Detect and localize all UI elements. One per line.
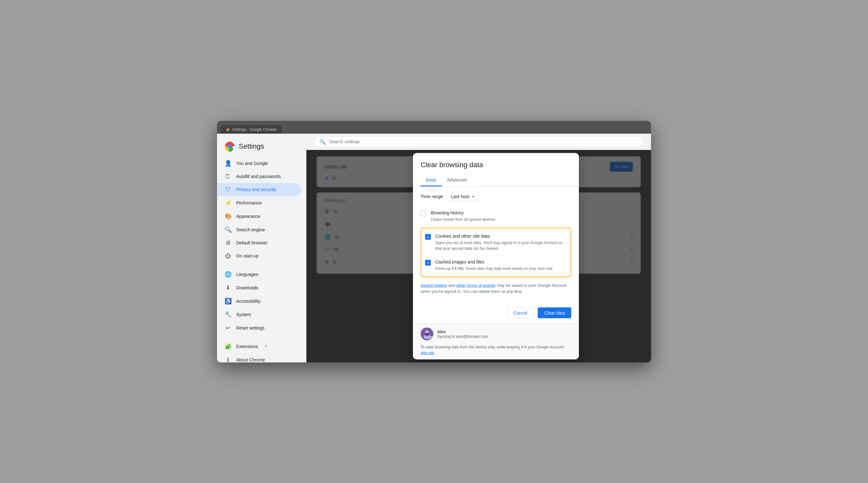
startup-icon: ⏻ — [225, 253, 231, 259]
user-email: Syncing to alex@domain.com — [437, 334, 488, 339]
search-engine-icon: 🔍 — [225, 226, 231, 233]
main-content: Settings 👤 You and Google 🗒 Autofill and… — [217, 134, 651, 362]
toolbar: 🔍 — [306, 134, 651, 150]
sidebar: Settings 👤 You and Google 🗒 Autofill and… — [217, 134, 306, 362]
cached-title: Cached images and files — [435, 259, 567, 264]
sidebar-item-system[interactable]: 🔧 System — [217, 308, 301, 321]
system-icon: 🔧 — [225, 311, 231, 318]
footer-text-prefix: To clear browsing data from this device … — [421, 345, 564, 349]
search-input[interactable] — [329, 139, 638, 144]
sidebar-item-extensions[interactable]: 🧩 Extensions ↗ — [217, 340, 301, 353]
sidebar-label-about: About Chrome — [236, 357, 265, 362]
sidebar-item-about[interactable]: ℹ About Chrome — [217, 353, 301, 362]
sidebar-item-privacy[interactable]: 🛡 Privacy and security — [217, 183, 301, 196]
sidebar-label-downloads: Downloads — [236, 285, 258, 290]
sidebar-item-performance[interactable]: ⚡ Performance — [217, 196, 301, 210]
page-scrollable[interactable]: Safety che ck now ✔ Cl Privacy an 🗑 — [306, 150, 651, 362]
tab-advanced[interactable]: Advanced — [442, 174, 472, 186]
search-history-link[interactable]: Search history — [421, 283, 447, 287]
dropdown-arrow-icon: ▾ — [472, 194, 474, 198]
sidebar-label-privacy: Privacy and security — [236, 187, 276, 192]
user-details: Alex Syncing to alex@domain.com — [437, 329, 488, 339]
user-name: Alex — [437, 329, 488, 334]
sidebar-label-on-startup: On start-up — [236, 253, 258, 258]
dialog-tabs: Basic Advanced — [413, 174, 579, 186]
sidebar-item-on-startup[interactable]: ⏻ On start-up — [217, 250, 301, 263]
browsing-history-text: Browsing history Clears history from all… — [431, 210, 571, 222]
time-range-select[interactable]: Last hour ▾ — [447, 191, 478, 201]
info-text-and: and — [448, 283, 456, 287]
sidebar-item-accessibility[interactable]: ♿ Accessibility — [217, 294, 301, 308]
chrome-logo-icon — [226, 127, 230, 132]
browser-icon: 🖥 — [225, 239, 231, 246]
sidebar-label-system: System — [236, 312, 251, 317]
sidebar-header: Settings — [217, 139, 306, 157]
sidebar-label-reset: Reset settings — [236, 325, 265, 330]
user-info-row: Alex Syncing to alex@domain.com — [421, 327, 571, 340]
sidebar-item-downloads[interactable]: ⬇ Downloads — [217, 281, 301, 294]
accessibility-icon: ♿ — [225, 298, 231, 305]
sidebar-label-default-browser: Default browser — [236, 240, 268, 245]
cached-text: Cached images and files Frees up 8.6 MB.… — [435, 259, 567, 271]
tab-basic[interactable]: Basic — [421, 174, 442, 186]
sidebar-item-appearance[interactable]: 🎨 Appearance — [217, 210, 301, 223]
sidebar-item-you-and-google[interactable]: 👤 You and Google — [217, 157, 301, 170]
sidebar-label-accessibility: Accessibility — [236, 299, 260, 304]
browsing-history-desc: Clears history from all synced devices — [431, 216, 571, 222]
cached-checkbox[interactable] — [425, 260, 431, 265]
tab-bar: Settings - Google Chrome — [217, 121, 651, 134]
sidebar-label-appearance: Appearance — [236, 214, 260, 219]
info-text: Search history and other forms of activi… — [421, 278, 571, 298]
browser-window: Settings - Google Chrome Settings 👤 You … — [217, 121, 651, 362]
clear-browsing-data-dialog: Clear browsing data Basic Advanced Time … — [413, 153, 579, 359]
performance-icon: ⚡ — [225, 199, 231, 206]
cookies-checkbox[interactable] — [425, 234, 431, 239]
languages-icon: 🌐 — [225, 271, 231, 278]
dialog-footer: Alex Syncing to alex@domain.com To clear… — [413, 323, 579, 359]
search-box[interactable]: 🔍 — [314, 136, 643, 148]
dialog-button-row: Cancel Clear data — [413, 303, 579, 323]
cached-desc: Frees up 8.6 MB. Some sites may load mor… — [435, 265, 567, 271]
time-range-value: Last hour — [451, 194, 469, 199]
tab-label: Settings - Google Chrome — [232, 127, 277, 132]
user-avatar — [421, 327, 433, 340]
other-activity-link[interactable]: other forms of activity — [456, 283, 496, 287]
clear-data-button[interactable]: Clear data — [538, 307, 571, 318]
cancel-button[interactable]: Cancel — [507, 307, 534, 318]
cookies-text: Cookies and other site data Signs you ou… — [435, 233, 567, 251]
content-area: 🔍 Safety che ck now ✔ — [306, 134, 651, 362]
dialog-body: Time range Last hour ▾ Browsing history — [413, 186, 579, 303]
sidebar-label-extensions: Extensions — [236, 344, 258, 349]
extensions-icon: 🧩 — [225, 343, 231, 350]
shield-icon: 🛡 — [225, 186, 231, 193]
browsing-history-title: Browsing history — [431, 210, 571, 215]
sidebar-item-search-engine[interactable]: 🔍 Search engine — [217, 223, 301, 236]
sidebar-item-autofill[interactable]: 🗒 Autofill and passwords — [217, 170, 301, 183]
svg-point-8 — [425, 333, 429, 335]
cookies-title: Cookies and other site data — [435, 233, 567, 238]
external-link-icon: ↗ — [264, 344, 267, 348]
search-icon: 🔍 — [319, 139, 326, 145]
sidebar-title: Settings — [239, 142, 264, 151]
cached-item: Cached images and files Frees up 8.6 MB.… — [421, 255, 570, 275]
reset-icon: ↩ — [225, 324, 231, 331]
highlighted-section: Cookies and other site data Signs you ou… — [421, 227, 571, 277]
cookies-item: Cookies and other site data Signs you ou… — [421, 229, 570, 255]
footer-text-suffix: . — [435, 350, 436, 355]
browsing-history-checkbox[interactable] — [421, 211, 426, 216]
sidebar-item-reset[interactable]: ↩ Reset settings — [217, 321, 301, 335]
chrome-logo-large-icon — [225, 141, 235, 152]
footer-note: To clear browsing data from this device … — [421, 344, 571, 355]
svg-point-2 — [228, 144, 232, 148]
appearance-icon: 🎨 — [225, 213, 231, 220]
time-range-label: Time range — [421, 194, 443, 199]
sidebar-label-you-and-google: You and Google — [236, 161, 268, 166]
sign-out-link[interactable]: sign out — [421, 350, 434, 355]
browsing-history-item: Browsing history Clears history from all… — [421, 206, 571, 226]
sidebar-item-languages[interactable]: 🌐 Languages — [217, 268, 301, 281]
browser-tab[interactable]: Settings - Google Chrome — [221, 125, 282, 134]
sidebar-item-default-browser[interactable]: 🖥 Default browser — [217, 236, 301, 250]
sync-indicator — [430, 336, 433, 340]
sidebar-label-autofill: Autofill and passwords — [236, 174, 281, 179]
person-icon: 👤 — [225, 160, 231, 167]
